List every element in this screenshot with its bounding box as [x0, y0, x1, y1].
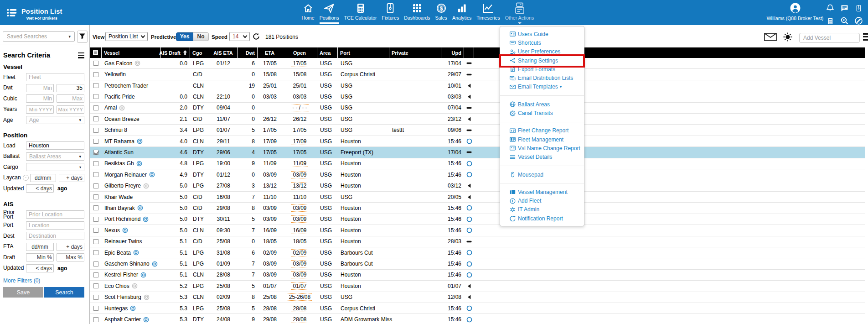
refresh-icon[interactable] — [253, 33, 260, 42]
row-checkbox[interactable] — [93, 83, 98, 88]
table-row[interactable]: Scot Flensburg5.3CLN02/09825/0825-26/08U… — [90, 292, 865, 303]
row-checkbox[interactable] — [93, 295, 98, 300]
dwt-max-input[interactable] — [57, 84, 84, 92]
vessel-name[interactable]: Kestrel Fisher — [104, 272, 138, 278]
zip-icon[interactable] — [856, 5, 862, 13]
menu-icon[interactable] — [863, 33, 868, 41]
open-value-dotted[interactable]: 28/08 — [291, 305, 308, 312]
row-checkbox[interactable] — [93, 306, 98, 311]
row-checkbox[interactable] — [93, 228, 98, 233]
table-row[interactable]: Port Richmond5.0DTY30/11503/0903/09USGHo… — [90, 214, 865, 225]
table-row[interactable]: Khair Wade5.0C/D16/08711/1011/10USGUSG20… — [90, 192, 865, 203]
bell-icon[interactable] — [827, 4, 834, 13]
add-vessel-input[interactable] — [799, 33, 860, 43]
row-checkbox[interactable] — [93, 261, 98, 267]
chat-icon[interactable] — [841, 5, 848, 13]
nav-item-fixtures[interactable]: Fixtures — [379, 0, 402, 24]
vessel-name[interactable]: Morgan Reinauer — [104, 172, 147, 178]
vessel-name[interactable]: MT Rahama — [104, 138, 134, 145]
menu-item-add-fleet[interactable]: Add Fleet — [500, 196, 584, 205]
dest-input[interactable] — [26, 232, 84, 240]
open-value-dotted[interactable]: 17/09 — [291, 138, 308, 145]
menu-item-vessel-details[interactable]: Vessel Details — [500, 153, 584, 162]
table-row[interactable]: MT Rahama4.0CLN29/11817/0917/09USGHousto… — [90, 136, 865, 147]
column-header-port[interactable]: Port — [338, 47, 389, 58]
column-header-ais_eta[interactable]: AIS ETA — [209, 47, 238, 58]
more-filters-link[interactable]: More Filters (0) — [3, 277, 40, 284]
column-header-status[interactable] — [464, 47, 474, 58]
menu-item-it-admin[interactable]: IT Admin — [500, 205, 584, 214]
vessel-name[interactable]: Gas Falcon — [104, 60, 132, 67]
years-min-input[interactable] — [26, 105, 54, 114]
fleet-input[interactable] — [26, 73, 84, 81]
vessel-name[interactable]: Yellowfin — [104, 71, 126, 78]
menu-item-email-distribution-lists[interactable]: Email Distribution Lists — [500, 73, 584, 82]
column-header-vessel[interactable]: Vessel — [102, 47, 161, 58]
menu-item-canal-transits[interactable]: Canal Transits — [500, 109, 584, 117]
column-header-eta[interactable]: ETA — [258, 47, 282, 58]
row-checkbox[interactable] — [93, 283, 98, 288]
table-row[interactable]: Morgan Reinauer4.9DTY01/12003/0903/09USG… — [90, 169, 865, 180]
column-header-area[interactable]: Area — [317, 47, 338, 58]
row-checkbox[interactable] — [93, 161, 98, 166]
menu-item-vsl-name-change-report[interactable]: Vsl Name Change Report — [500, 144, 584, 152]
vessel-name[interactable]: Scot Flensburg — [104, 294, 141, 300]
position-updated-input[interactable] — [26, 184, 54, 193]
open-value-dotted[interactable]: 03/09 — [291, 260, 308, 267]
ais-updated-input[interactable] — [26, 264, 54, 272]
ballast-select[interactable]: Ballast Areas▾ — [26, 152, 84, 161]
column-header-private[interactable]: Private — [389, 47, 441, 58]
open-value-dotted[interactable]: 01/07 — [291, 282, 308, 290]
draft-max-input[interactable] — [57, 253, 84, 261]
open-value-dotted[interactable]: 25-26/08 — [288, 293, 312, 301]
vessel-name[interactable]: Schmui 8 — [104, 127, 127, 133]
heartsearch-icon[interactable] — [841, 17, 848, 26]
row-checkbox[interactable] — [93, 272, 98, 277]
menu-item-users-guide[interactable]: Users Guide — [500, 30, 584, 38]
predictive-yes-button[interactable]: Yes — [176, 32, 193, 41]
open-value-dotted[interactable]: 13/12 — [291, 182, 308, 189]
app-logo[interactable]: Position List Wet For Brokers — [7, 9, 62, 21]
brightness-icon[interactable] — [783, 32, 792, 43]
menu-item-shortcuts[interactable]: Shortcuts — [500, 38, 584, 47]
row-checkbox[interactable] — [93, 172, 98, 177]
age-select[interactable]: Age▾ — [26, 116, 84, 124]
open-value-dotted[interactable]: 02/09 — [291, 249, 308, 256]
open-value-dotted[interactable]: 17/05 — [291, 60, 308, 67]
ais-eta-date-input[interactable] — [26, 243, 54, 251]
column-header-cgo[interactable]: Cgo — [190, 47, 209, 58]
dwt-min-input[interactable] — [26, 84, 54, 92]
table-row[interactable]: Epic Beata5.1LPG31/08602/0902/09USGBarbo… — [90, 247, 865, 258]
row-checkbox[interactable] — [93, 183, 98, 188]
nav-item-sales[interactable]: $Sales — [433, 0, 450, 24]
table-row[interactable]: Gas Falcon0.0LPG01/12617/0517/05USGUSG17… — [90, 58, 865, 69]
laycan-date-input[interactable] — [30, 174, 56, 182]
nav-item-other-actions[interactable]: Other Actions — [502, 0, 537, 24]
draft-min-input[interactable] — [26, 253, 54, 261]
vessel-name[interactable]: Nexus — [104, 227, 120, 234]
load-input[interactable] — [26, 141, 84, 150]
open-value-dotted[interactable]: 03/09 — [291, 271, 308, 278]
vessel-name[interactable]: Khair Wade — [104, 194, 133, 200]
column-header-ais_draft[interactable]: AIS Draft — [161, 47, 190, 58]
row-checkbox[interactable] — [93, 128, 98, 133]
open-value-dotted[interactable]: 16/09 — [291, 227, 308, 234]
open-value-dotted[interactable]: 03/09 — [291, 171, 308, 178]
vessel-name[interactable]: Eco Chios — [104, 283, 129, 289]
vessel-name[interactable]: Port Richmond — [104, 216, 140, 222]
row-checkbox[interactable] — [93, 205, 98, 210]
search-button[interactable]: Search — [44, 287, 84, 298]
vessel-name[interactable]: Pacific Pride — [104, 94, 135, 100]
table-row[interactable]: Atlantic Sun4.6DTY29/06417/0517/05USGFre… — [90, 147, 865, 158]
vessel-name[interactable]: Epic Beata — [104, 250, 131, 256]
menu-item-fleet-management[interactable]: Fleet Management — [500, 135, 584, 144]
menu-item-user-preferences[interactable]: User Preferences — [500, 47, 584, 56]
header-select-all[interactable] — [90, 47, 102, 58]
row-checkbox[interactable] — [93, 150, 98, 155]
row-checkbox[interactable] — [93, 61, 98, 66]
menu-item-mousepad[interactable]: Mousepad — [500, 170, 584, 179]
editcircle-icon[interactable] — [855, 17, 863, 26]
row-checkbox[interactable] — [93, 116, 98, 121]
nav-item-dashboards[interactable]: Dashboards — [402, 0, 433, 24]
predictive-no-button[interactable]: No — [193, 32, 209, 41]
